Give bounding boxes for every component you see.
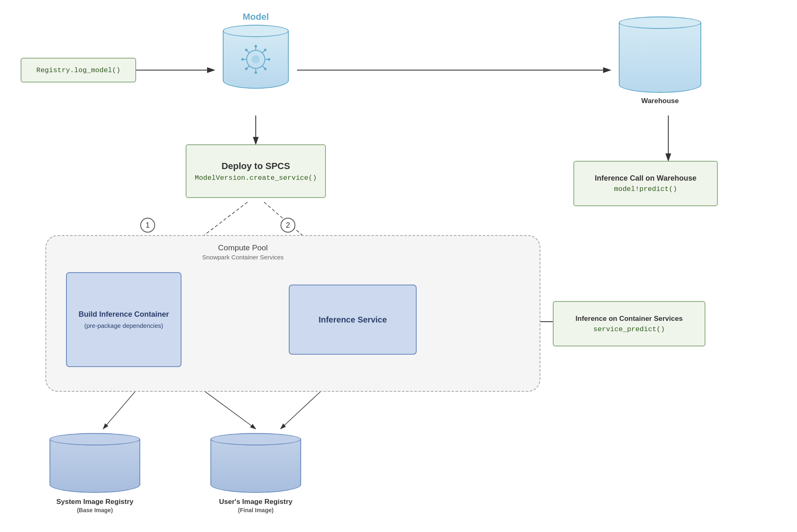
pool-title-text: Compute Pool: [218, 243, 268, 252]
system-image-cylinder: System Image Registry (Base Image): [41, 433, 149, 514]
model-icon: [239, 43, 272, 76]
diagram: Registry.log_model() Model: [0, 0, 797, 532]
inference-service-title: Inference Service: [318, 315, 387, 325]
number-1-circle: 1: [140, 218, 155, 233]
inference-service-box: Inference Service: [289, 285, 417, 355]
system-image-label: System Image Registry: [56, 498, 133, 506]
user-image-label: User's Image Registry: [219, 498, 292, 506]
svg-point-13: [252, 55, 260, 64]
svg-point-23: [255, 71, 257, 74]
svg-point-27: [264, 49, 266, 51]
system-image-sub: (Base Image): [77, 507, 113, 513]
svg-point-24: [241, 58, 244, 61]
warehouse-cylinder: Warehouse: [611, 16, 710, 105]
warehouse-label: Warehouse: [641, 97, 679, 105]
pool-subtitle-text: Snowpark Container Services: [202, 254, 284, 261]
compute-pool-label: Compute Pool Snowpark Container Services: [202, 243, 284, 261]
model-cylinder: [215, 25, 297, 89]
svg-point-29: [264, 68, 266, 70]
deploy-code: ModelVersion.create_service(): [195, 174, 317, 182]
deploy-title: Deploy to SPCS: [222, 161, 290, 172]
inference-container-code: service_predict(): [593, 325, 665, 333]
deploy-spcs-box: Deploy to SPCS ModelVersion.create_servi…: [186, 144, 326, 198]
inference-container-title: Inference on Container Services: [575, 315, 683, 323]
inference-call-code: model!predict(): [614, 185, 677, 193]
user-image-sub: (Final Image): [238, 507, 274, 513]
inference-call-title: Inference Call on Warehouse: [595, 174, 696, 183]
svg-point-26: [245, 49, 248, 51]
number-2-circle: 2: [281, 218, 295, 233]
num1-label: 1: [146, 221, 150, 230]
inference-call-box: Inference Call on Warehouse model!predic…: [573, 161, 718, 206]
registry-label: Registry.log_model(): [36, 66, 120, 74]
build-container-title: Build Inference Container: [78, 310, 169, 319]
registry-log-model-box: Registry.log_model(): [21, 58, 136, 82]
svg-point-25: [268, 58, 270, 61]
inference-container-box: Inference on Container Services service_…: [553, 301, 705, 346]
user-image-cylinder: User's Image Registry (Final Image): [202, 433, 309, 514]
num2-label: 2: [286, 221, 290, 230]
build-container-sub: (pre-package dependencies): [85, 322, 163, 329]
svg-point-22: [255, 45, 257, 47]
model-label: Model: [225, 12, 287, 22]
build-container-box: Build Inference Container (pre-package d…: [66, 272, 182, 367]
svg-point-28: [245, 68, 248, 70]
